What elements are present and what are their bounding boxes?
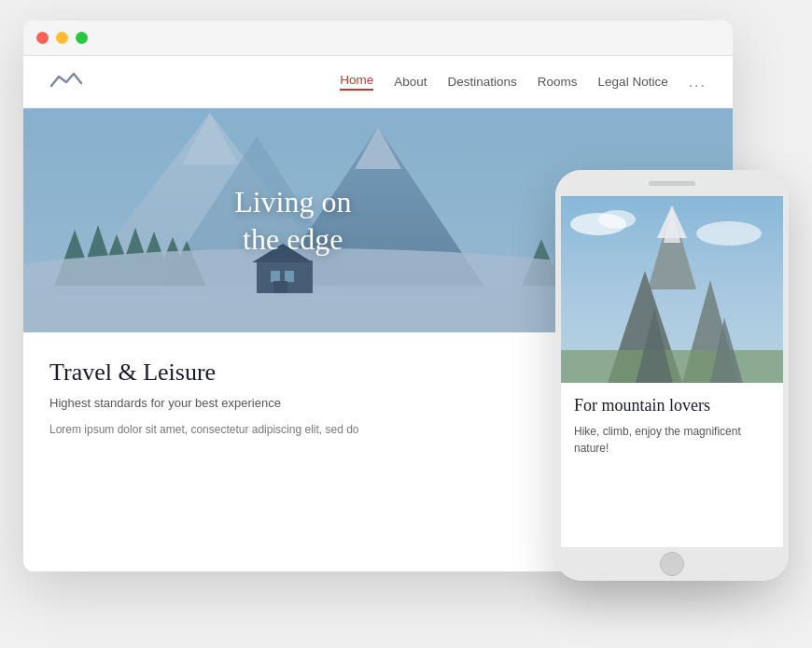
hero-text: Living on the edge — [234, 183, 351, 258]
mobile-top-bar — [555, 170, 789, 196]
maximize-button[interactable] — [76, 32, 88, 44]
nav-home[interactable]: Home — [340, 73, 373, 91]
mobile-home-button[interactable] — [660, 552, 684, 576]
logo-icon — [49, 69, 83, 95]
nav-rooms[interactable]: Rooms — [538, 75, 578, 89]
minimize-button[interactable] — [56, 32, 68, 44]
nav-more[interactable]: ... — [689, 74, 707, 91]
mobile-bottom-bar — [555, 547, 789, 581]
site-logo — [49, 69, 83, 95]
nav-legal-notice[interactable]: Legal Notice — [598, 75, 668, 89]
mobile-content-text: Hike, climb, enjoy the magnificent natur… — [574, 423, 770, 457]
svg-point-33 — [696, 221, 762, 246]
mobile-content-title: For mountain lovers — [574, 396, 770, 416]
nav-about[interactable]: About — [394, 75, 427, 89]
mobile-hero-image — [561, 196, 783, 383]
nav-links: Home About Destinations Rooms Legal Noti… — [340, 73, 707, 91]
nav-destinations[interactable]: Destinations — [448, 75, 517, 89]
mobile-screen: For mountain lovers Hike, climb, enjoy t… — [561, 196, 783, 547]
hero-title: Living on the edge — [234, 183, 351, 258]
site-nav: Home About Destinations Rooms Legal Noti… — [23, 56, 733, 108]
browser-titlebar — [23, 21, 733, 56]
mobile-content: For mountain lovers Hike, climb, enjoy t… — [561, 383, 783, 547]
content-title: Travel & Leisure — [49, 359, 563, 387]
mobile-device: For mountain lovers Hike, climb, enjoy t… — [555, 170, 789, 581]
content-left: Travel & Leisure Highest standards for y… — [49, 359, 563, 553]
close-button[interactable] — [36, 32, 49, 44]
scene: Home About Destinations Rooms Legal Noti… — [23, 21, 789, 627]
svg-rect-39 — [561, 350, 783, 383]
svg-point-32 — [598, 210, 636, 229]
mobile-speaker — [649, 181, 695, 186]
content-subtitle: Highest standards for your best experien… — [49, 396, 563, 410]
content-body: Lorem ipsum dolor sit amet, consectetur … — [49, 421, 563, 438]
